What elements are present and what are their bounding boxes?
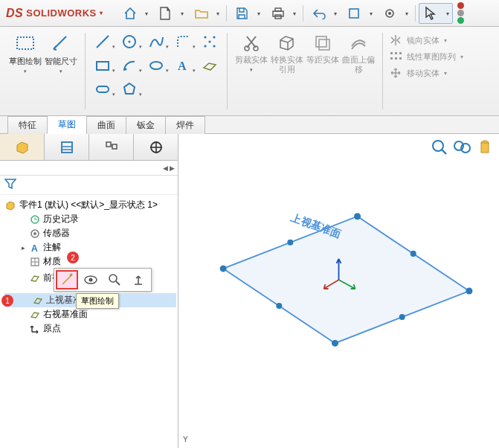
fm-tab-property[interactable] (45, 134, 89, 160)
svg-rect-28 (390, 57, 393, 60)
svg-point-65 (276, 303, 282, 309)
svg-rect-3 (350, 9, 358, 18)
viewport-triad-label: Y (183, 435, 188, 444)
svg-rect-31 (62, 142, 72, 153)
svg-point-48 (89, 278, 93, 282)
fm-tab-config[interactable] (89, 134, 134, 160)
tab-surface[interactable]: 曲面 (86, 116, 126, 134)
tree-part-root[interactable]: 零件1 (默认) <<默认>_显示状态 1> (1, 198, 176, 212)
ctx-show-button[interactable] (80, 270, 102, 289)
ctx-zoom-button[interactable] (103, 270, 126, 289)
svg-marker-20 (124, 83, 135, 94)
svg-point-63 (411, 251, 416, 257)
convert-command[interactable]: 转换实体引用 (269, 31, 305, 76)
svg-point-17 (150, 62, 162, 69)
svg-point-61 (332, 340, 338, 347)
fm-tab-tree[interactable] (0, 134, 45, 160)
tab-features[interactable]: 特征 (7, 116, 48, 134)
svg-point-5 (388, 12, 391, 15)
surface-offset-command[interactable]: 曲面上偏移 (341, 31, 376, 76)
fillet-tool[interactable] (175, 33, 191, 50)
tree-right-plane[interactable]: 右视基准面 (1, 307, 176, 321)
offset-command[interactable]: 等距实体 (305, 31, 341, 66)
ctx-sketch-button[interactable] (56, 270, 78, 289)
text-tool[interactable]: A (175, 57, 191, 74)
sketch-command[interactable]: 草图绘制 (7, 31, 43, 77)
svg-point-58 (220, 265, 227, 272)
undo-button[interactable] (306, 3, 341, 24)
line-tool[interactable] (94, 33, 111, 50)
point-tool[interactable] (202, 33, 218, 50)
polygon-tool[interactable] (121, 81, 138, 97)
zoom-fit-icon[interactable] (431, 138, 448, 159)
rebuild-button[interactable] (342, 3, 376, 24)
new-button[interactable] (153, 3, 187, 24)
command-manager-tabs: 特征 草图 曲面 钣金 焊件 (0, 116, 499, 134)
tab-sheetmetal[interactable]: 钣金 (126, 116, 166, 134)
tree-sensors[interactable]: 传感器 (1, 226, 176, 240)
fm-nav: ◀ ▶ (0, 161, 178, 176)
svg-rect-35 (112, 144, 117, 149)
tab-sketch[interactable]: 草图 (47, 115, 87, 134)
mirror-command[interactable]: 镜向实体▾ (389, 34, 463, 46)
svg-point-12 (205, 45, 206, 47)
zoom-area-icon[interactable] (453, 138, 472, 159)
fm-nav-prev[interactable]: ◀ (163, 164, 168, 172)
graphics-viewport[interactable]: 上视基准面 Y (178, 134, 499, 448)
fm-tab-dimxpert[interactable] (134, 134, 178, 160)
open-button[interactable] (189, 3, 223, 24)
svg-rect-23 (316, 36, 326, 47)
arc-tool[interactable] (121, 57, 138, 74)
trim-command[interactable]: 剪裁实体 (234, 31, 269, 76)
sketch-tools-grid: A (91, 31, 221, 100)
select-button[interactable] (419, 3, 453, 24)
svg-rect-15 (97, 62, 109, 70)
svg-rect-26 (395, 52, 397, 54)
ctx-normal-button[interactable] (127, 270, 149, 289)
ctx-tooltip: 草图绘制 (76, 293, 119, 309)
move-command[interactable]: 移动实体▾ (389, 67, 463, 79)
main-area: ◀ ▶ 零件1 (默认) <<默认>_显示状态 1> 历史记录 传感器 ▸A注解… (0, 134, 499, 448)
tree-history[interactable]: 历史记录 (1, 212, 176, 226)
svg-point-42 (33, 232, 36, 235)
print-button[interactable] (265, 3, 300, 24)
slot-tool[interactable] (94, 81, 111, 97)
tree-annotations[interactable]: ▸A注解 (1, 240, 176, 255)
home-button[interactable] (117, 3, 152, 24)
ellipse-tool[interactable] (148, 57, 164, 74)
svg-rect-25 (390, 52, 393, 54)
smart-dimension-command[interactable]: 智能尺寸 (43, 31, 79, 77)
svg-rect-24 (319, 39, 329, 50)
feature-tree: 零件1 (默认) <<默认>_显示状态 1> 历史记录 传感器 ▸A注解 材质 … (0, 195, 178, 339)
context-toolbar (54, 268, 152, 292)
options-button[interactable] (378, 3, 412, 24)
svg-point-60 (466, 287, 472, 294)
marker-1: 1 (1, 295, 13, 307)
spline-tool[interactable] (148, 33, 164, 50)
svg-rect-0 (273, 11, 283, 16)
fm-nav-next[interactable]: ▶ (170, 164, 175, 172)
svg-rect-30 (399, 57, 402, 60)
feature-manager-tabs (0, 134, 178, 161)
svg-rect-29 (395, 57, 397, 60)
save-button[interactable] (230, 3, 264, 24)
svg-rect-6 (17, 37, 33, 49)
svg-point-49 (109, 275, 117, 282)
circle-tool[interactable] (121, 33, 138, 50)
svg-point-13 (213, 45, 215, 47)
svg-rect-56 (481, 143, 489, 153)
svg-point-51 (433, 141, 443, 151)
tree-material[interactable]: 材质 (1, 255, 176, 269)
tree-origin[interactable]: 原点 (1, 321, 176, 336)
title-bar: DSSOLIDWORKS ▾ (0, 0, 499, 27)
tab-weldment[interactable]: 焊件 (165, 116, 205, 134)
fm-filter[interactable] (0, 176, 178, 195)
svg-line-7 (97, 36, 109, 48)
appearance-icon[interactable] (477, 138, 493, 159)
plane-tool[interactable] (202, 57, 218, 74)
rectangle-tool[interactable] (94, 57, 111, 74)
svg-point-14 (209, 41, 210, 42)
pattern-command[interactable]: 线性草图阵列▾ (389, 51, 463, 63)
svg-point-10 (205, 36, 206, 38)
svg-point-62 (287, 240, 293, 246)
